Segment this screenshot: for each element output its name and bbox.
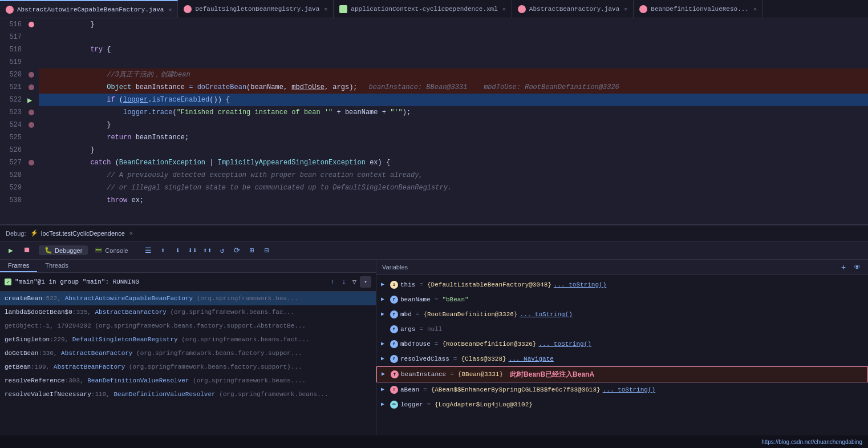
debug-label: Debug: xyxy=(6,230,26,237)
thread-nav-arrows: ↑ ↓ xyxy=(327,277,349,287)
var-abean[interactable]: ▶ ! aBean = {ABean$$EnhancerBySpringCGLI… xyxy=(376,382,868,397)
java-file-icon xyxy=(639,5,647,13)
frames-button[interactable]: ☰ xyxy=(142,244,155,257)
code-content: } try { //3真正干活的，创建bean Object beanInst xyxy=(39,18,868,224)
field-type-icon: f xyxy=(390,296,398,304)
code-line-519 xyxy=(39,56,868,68)
this-type-icon: i xyxy=(390,281,398,289)
code-line-527: catch (BeanCreationException | Implicitl… xyxy=(39,156,868,169)
var-mbd[interactable]: ▶ f mbd = {RootBeanDefinition@3326} ... … xyxy=(376,307,868,322)
tab-application-context-xml[interactable]: applicationContext-cyclicDependence.xml … xyxy=(334,0,512,18)
frame-item[interactable]: resolveValueIfNecessary:110, BeanDefinit… xyxy=(0,388,376,401)
frames-tab[interactable]: Frames xyxy=(0,260,37,272)
tab-close-icon[interactable]: ✕ xyxy=(324,6,327,13)
frames-panel: Frames Threads ✓ "main"@1 in group "main… xyxy=(0,260,376,435)
var-mbdtouse[interactable]: ▶ f mbdToUse = {RootBeanDefinition@3326}… xyxy=(376,337,868,352)
debug-toolbar: ▶ ⏹ 🐛 Debugger 📟 Console ☰ ⬆ ⬇ ⬇⬇ ⬆⬆ ↺ ⟳… xyxy=(0,241,868,260)
debug-session: ⚡ IocTest.testCyclicDependence xyxy=(30,229,124,237)
navigate-link[interactable]: ... Navigate xyxy=(509,353,554,365)
step-out-button[interactable]: ⬇⬇ xyxy=(186,244,199,257)
evaluate-button[interactable]: ↺ xyxy=(216,244,229,257)
tab-close-icon[interactable]: ✕ xyxy=(168,6,172,13)
frame-item[interactable]: doGetBean:330, AbstractBeanFactory (org.… xyxy=(0,346,376,360)
frames-tabs: Frames Threads xyxy=(0,260,376,273)
tostring-link[interactable]: ... toString() xyxy=(554,279,606,290)
blog-url[interactable]: https://blog.csdn.net/chuanchengdabing xyxy=(761,439,862,445)
expand-icon: ▶ xyxy=(381,353,388,365)
debug-close-icon[interactable]: ✕ xyxy=(129,229,133,237)
tostring-link[interactable]: ... toString() xyxy=(520,309,572,320)
xml-file-icon xyxy=(339,5,347,13)
tab-abstract-bean-factory[interactable]: AbstractBeanFactory.java ✕ xyxy=(512,0,634,18)
frame-item[interactable]: getObject:-1, 179294202 (org.springframe… xyxy=(0,319,376,333)
variables-label: Variables xyxy=(382,264,408,271)
tab-close-icon[interactable]: ✕ xyxy=(753,6,757,13)
tab-close-icon[interactable]: ✕ xyxy=(624,6,627,13)
expand-icon xyxy=(381,324,388,335)
var-beanname[interactable]: ▶ f beanName = "bBean" xyxy=(376,292,868,307)
filter-icon[interactable]: ▽ xyxy=(352,278,356,286)
expand-icon: ▶ xyxy=(381,309,388,320)
step-over-button[interactable]: ⬆ xyxy=(157,244,169,257)
console-tab[interactable]: 📟 Console xyxy=(89,245,133,255)
tab-label: DefaultSingletonBeanRegistry.java xyxy=(195,6,319,13)
code-line-522: if (logger.isTraceEnabled()) { xyxy=(39,94,868,106)
variables-panel: Variables + 👁 ▶ i this = {DefaultListabl… xyxy=(376,260,868,435)
frame-list: createBean:522, AbstractAutowireCapableB… xyxy=(0,292,376,435)
code-line-517 xyxy=(39,31,868,43)
java-file-icon xyxy=(184,5,192,13)
debug-panel: Debug: ⚡ IocTest.testCyclicDependence ✕ … xyxy=(0,224,868,435)
code-line-518: try { xyxy=(39,43,868,56)
add-watch-button[interactable]: + xyxy=(838,262,849,272)
var-beaninstance[interactable]: ▶ f beanInstance = {BBean@3331} 此时BeanB已… xyxy=(376,366,868,382)
line-numbers: 516 517 518 519 520 521 522 523 524 525 … xyxy=(0,18,27,224)
inf-type-icon: ∞ xyxy=(390,401,398,409)
thread-up-button[interactable]: ↑ xyxy=(327,277,338,287)
java-file-icon xyxy=(518,5,526,13)
frame-item[interactable]: createBean:522, AbstractAutowireCapableB… xyxy=(0,292,376,305)
var-logger[interactable]: ▶ ∞ logger = {LogAdapter$Log4jLog@3102} xyxy=(376,397,868,412)
view-as-button[interactable]: 👁 xyxy=(852,262,862,272)
var-resolvedclass[interactable]: ▶ f resolvedClass = {Class@3328} ... Nav… xyxy=(376,352,868,366)
tostring-link[interactable]: ... toString() xyxy=(603,384,655,395)
code-line-524: } xyxy=(39,119,868,131)
field-type-icon: f xyxy=(390,355,398,363)
gutter: ▶ xyxy=(27,18,39,224)
tostring-link[interactable]: ... toString() xyxy=(538,338,591,350)
tab-label: AbstractBeanFactory.java xyxy=(529,6,619,13)
field-type-icon: f xyxy=(390,325,398,333)
var-args[interactable]: f args = null xyxy=(376,322,868,337)
var-this[interactable]: ▶ i this = {DefaultListableBeanFactory@3… xyxy=(376,277,868,292)
breakpoints-button[interactable]: ⊟ xyxy=(261,244,273,257)
frame-item[interactable]: getSingleton:229, DefaultSingletonBeanRe… xyxy=(0,333,376,346)
thread-down-button[interactable]: ↓ xyxy=(339,277,349,287)
frame-item[interactable]: resolveReference:303, BeanDefinitionValu… xyxy=(0,374,376,388)
expand-icon: ▶ xyxy=(381,338,388,350)
tab-label: AbstractAutowireCapableBeanFactory.java xyxy=(17,6,164,13)
debug-title-bar: Debug: ⚡ IocTest.testCyclicDependence ✕ xyxy=(0,225,868,241)
watch-button[interactable]: ⟳ xyxy=(231,244,244,257)
code-line-525: return beanInstance; xyxy=(39,131,868,144)
stop-button[interactable]: ⏹ xyxy=(21,244,33,257)
thread-check-icon: ✓ xyxy=(5,279,11,285)
thread-dropdown[interactable]: ▾ xyxy=(360,276,371,288)
tab-abstract-autowire[interactable]: AbstractAutowireCapableBeanFactory.java … xyxy=(0,0,178,18)
code-line-516: } xyxy=(39,18,868,31)
debugger-tab[interactable]: 🐛 Debugger xyxy=(39,245,88,255)
resume-button[interactable]: ▶ xyxy=(5,244,17,257)
thread-selector: ✓ "main"@1 in group "main": RUNNING ↑ ↓ … xyxy=(0,273,376,292)
tab-bean-definition-value[interactable]: BeanDefinitionValueReso... ✕ xyxy=(634,0,763,18)
variables-button[interactable]: ⊞ xyxy=(246,244,258,257)
code-line-523: logger.trace("Finished creating instance… xyxy=(39,106,868,119)
debug-session-icon: ⚡ xyxy=(30,229,38,237)
threads-tab[interactable]: Threads xyxy=(37,260,76,272)
code-line-530: throw ex; xyxy=(39,194,868,207)
debugger-label: Debugger xyxy=(55,247,82,254)
expand-icon: ▶ xyxy=(381,384,388,395)
frame-item[interactable]: getBean:199, AbstractBeanFactory (org.sp… xyxy=(0,360,376,374)
step-into-button[interactable]: ⬇ xyxy=(172,244,184,257)
tab-default-singleton[interactable]: DefaultSingletonBeanRegistry.java ✕ xyxy=(178,0,334,18)
run-to-cursor-button[interactable]: ⬆⬆ xyxy=(201,244,214,257)
frame-item[interactable]: lambda$doGetBean$0:335, AbstractBeanFact… xyxy=(0,305,376,319)
tab-close-icon[interactable]: ✕ xyxy=(502,6,506,13)
